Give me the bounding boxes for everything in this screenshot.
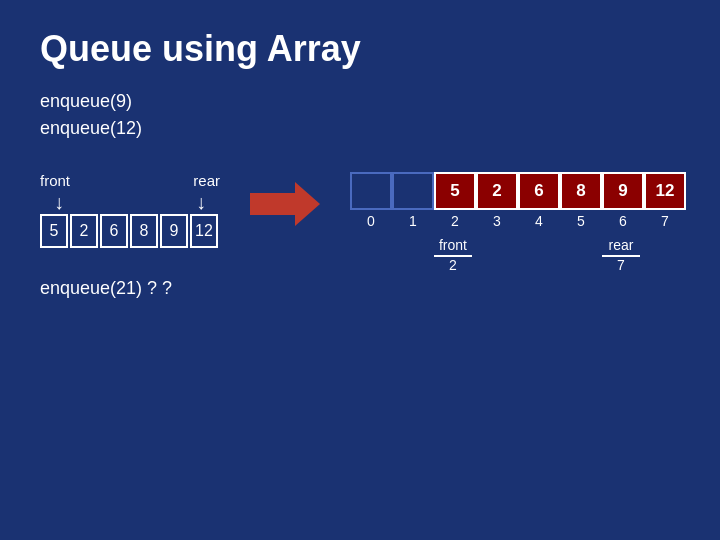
list-item: 9 xyxy=(602,172,644,210)
right-array-cells: 5 2 6 8 9 12 xyxy=(350,172,686,210)
list-item: 8 xyxy=(130,214,158,248)
list-item: 5 xyxy=(434,172,476,210)
svg-marker-0 xyxy=(250,182,320,226)
list-item xyxy=(350,172,392,210)
op-line1: enqueue(9) xyxy=(40,88,680,115)
index-cell: 0 xyxy=(350,213,392,229)
front-label-left: front xyxy=(40,172,70,189)
left-array-cells: 5 2 6 8 9 12 xyxy=(40,214,218,248)
rear-label-right: rear 7 xyxy=(602,237,640,273)
list-item: 12 xyxy=(644,172,686,210)
list-item: 8 xyxy=(560,172,602,210)
list-item: 5 xyxy=(40,214,68,248)
list-item: 9 xyxy=(160,214,188,248)
list-item: 12 xyxy=(190,214,218,248)
list-item: 6 xyxy=(518,172,560,210)
list-item: 2 xyxy=(70,214,98,248)
index-cell: 3 xyxy=(476,213,518,229)
enqueue-operations: enqueue(9) enqueue(12) xyxy=(0,80,720,162)
list-item xyxy=(392,172,434,210)
left-array: front rear ↓ ↓ 5 2 6 8 9 12 xyxy=(40,172,220,248)
rear-arrow-left: ↓ xyxy=(196,191,206,214)
index-cell: 6 xyxy=(602,213,644,229)
front-label-right: front 2 xyxy=(434,237,472,273)
enqueue-arrow xyxy=(250,182,320,226)
rear-label-left: rear xyxy=(193,172,220,189)
page-title: Queue using Array xyxy=(0,0,720,80)
index-cell: 5 xyxy=(560,213,602,229)
index-cell: 4 xyxy=(518,213,560,229)
list-item: 6 xyxy=(100,214,128,248)
index-cell: 1 xyxy=(392,213,434,229)
op-line2: enqueue(12) xyxy=(40,115,680,142)
index-cell: 7 xyxy=(644,213,686,229)
front-arrow-left: ↓ xyxy=(54,191,64,214)
index-cell: 2 xyxy=(434,213,476,229)
right-array: 5 2 6 8 9 12 0 1 2 3 4 5 6 7 front 2 xyxy=(350,172,686,237)
right-index-row: 0 1 2 3 4 5 6 7 xyxy=(350,213,686,229)
list-item: 2 xyxy=(476,172,518,210)
